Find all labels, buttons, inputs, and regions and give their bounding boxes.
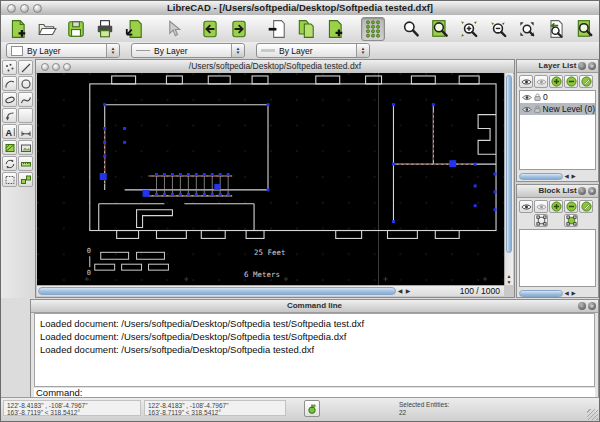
command-panel-close-button[interactable]: × [588,302,596,310]
stepper-icon[interactable]: ▲▼ [106,44,119,57]
block-list-scrollbar[interactable]: ◀ ▶ [519,288,596,298]
layer-lock-icon[interactable] [534,105,541,113]
zoom-out-button[interactable] [486,17,510,41]
absolute-coordinates-xy: 122'-8.4183" , -108'-4.7967" [7,402,137,409]
tool-spline-button[interactable] [18,92,33,107]
print-button[interactable] [93,17,117,41]
stepper-icon[interactable]: ▲▼ [356,44,369,57]
scroll-right-arrow[interactable]: ▶ [570,290,577,296]
relative-coordinates: 122'-8.4183" , -108'-4.7967" 163'-8.7119… [144,400,286,416]
tool-select-button[interactable] [2,172,17,187]
block-panel-float-button[interactable]: ◦ [578,187,586,195]
doc-zoom-button[interactable] [63,63,71,71]
print-preview-button[interactable] [122,17,146,41]
tool-dimension-button[interactable] [18,124,33,139]
tool-measure-button[interactable] [18,156,33,171]
zoom-previous-button[interactable] [544,17,568,41]
arc-icon [4,78,16,90]
zoom-window-button[interactable] [33,4,42,13]
tool-block-button[interactable] [18,172,33,187]
show-all-blocks-button[interactable] [519,200,533,213]
layer-list-scrollbar[interactable]: ◀ ▶ [519,171,596,181]
redo-button[interactable] [227,17,251,41]
vertical-scrollbar[interactable]: ▲▼ [504,73,513,285]
close-window-button[interactable] [7,4,16,13]
zoom-button[interactable] [399,17,423,41]
horizontal-scrollbar-thumb[interactable] [38,287,396,295]
scroll-left-arrow[interactable]: ◀ [396,286,404,296]
scroll-left-arrow[interactable]: ◀ [563,290,570,296]
resize-grip-icon[interactable] [587,409,598,420]
snap-grid-button[interactable] [361,17,385,41]
new-file-button[interactable] [6,17,30,41]
doc-close-button[interactable] [41,63,49,71]
command-panel-float-button[interactable]: ◦ [578,302,586,310]
pointer-button[interactable] [160,17,184,41]
hide-all-layers-button[interactable] [534,75,548,88]
zoom-in-button[interactable] [457,17,481,41]
tool-polyline-button[interactable] [2,108,17,123]
block-panel-close-button[interactable]: × [588,187,596,195]
block-scrollbar-thumb[interactable] [519,290,563,297]
pen-color-select[interactable]: By Layer ▲▼ [6,43,120,58]
line-width-select[interactable]: By Layer ▲▼ [256,43,370,58]
hide-all-blocks-button[interactable] [534,200,548,213]
tool-point-button[interactable] [2,60,17,75]
tool-arc-button[interactable] [2,76,17,91]
block-list-toolbar-row2 [517,214,598,228]
create-block-button[interactable] [564,214,578,227]
eye-closed-icon [536,78,547,86]
block-list[interactable] [519,229,596,287]
vertical-scroll-arrows[interactable]: ▲▼ [505,273,513,285]
open-file-button[interactable] [35,17,59,41]
tool-circle-button[interactable] [18,76,33,91]
cut-button[interactable] [265,17,289,41]
remove-layer-button[interactable] [564,75,578,88]
insert-block-button[interactable] [534,214,548,227]
tool-image-button[interactable] [18,140,33,155]
zoom-window-tool-button[interactable] [428,17,452,41]
layer-lock-icon[interactable] [534,93,541,101]
layer-row[interactable]: 0 [520,91,595,103]
scroll-left-arrow[interactable]: ◀ [563,173,570,179]
layer-row-selected[interactable]: New Level (0) [520,103,595,115]
minimize-window-button[interactable] [20,4,29,13]
tool-ellipse-button[interactable] [2,92,17,107]
command-line-titlebar: Command line ◦ × [31,300,598,313]
snap-mode-button[interactable] [304,400,320,417]
doc-minimize-button[interactable] [52,63,60,71]
layer-scrollbar-thumb[interactable] [519,173,563,180]
show-all-layers-button[interactable] [519,75,533,88]
relative-coordinates-polar: 163'-8.7119" < 318.5412° [148,409,282,416]
tool-modify-button[interactable] [2,156,17,171]
layer-panel-close-button[interactable]: × [588,62,596,70]
stepper-icon[interactable]: ▲▼ [231,44,244,57]
command-history[interactable]: Loaded document: /Users/softpedia/Deskto… [34,313,595,387]
edit-block-button[interactable] [579,200,593,213]
command-log-line: Loaded document: /Users/softpedia/Deskto… [40,317,589,330]
save-button[interactable] [64,17,88,41]
remove-block-button[interactable] [564,200,578,213]
scroll-right-arrow[interactable]: ▶ [404,286,412,296]
drawing-canvas[interactable]: 0 0 25 Feet 6 Meters [37,73,504,285]
undo-button[interactable] [198,17,222,41]
polyline-icon [4,110,16,122]
layer-panel-float-button[interactable]: ◦ [578,62,586,70]
zoom-auto-button[interactable] [515,17,539,41]
scroll-right-arrow[interactable]: ▶ [570,173,577,179]
tool-line-button[interactable] [18,60,33,75]
line-type-select[interactable]: By Layer ▲▼ [131,43,245,58]
edit-layer-button[interactable] [579,75,593,88]
copy-button[interactable] [294,17,318,41]
tool-text-button[interactable]: A [2,124,17,139]
layer-visible-icon[interactable] [522,94,532,101]
add-block-button[interactable] [549,200,563,213]
horizontal-scrollbar[interactable]: ◀ ▶ 100 / 1000 [37,285,504,296]
add-layer-button[interactable] [549,75,563,88]
zoom-page-button[interactable] [573,17,597,41]
text-icon: A [4,126,16,138]
layer-visible-icon[interactable] [522,106,532,113]
paste-button[interactable] [323,17,347,41]
vertical-scrollbar-thumb[interactable] [506,75,512,253]
tool-hatch-button[interactable] [2,140,17,155]
